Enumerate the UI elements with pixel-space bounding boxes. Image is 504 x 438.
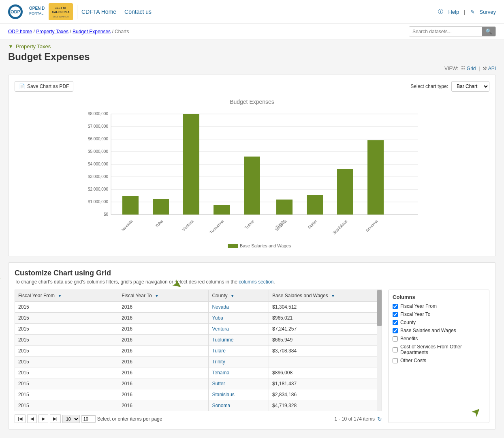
column-checkbox-0[interactable] [393, 304, 398, 309]
filter-icon-4[interactable]: ▼ [331, 294, 335, 298]
cell-fiscal-to: 2016 [118, 313, 209, 324]
svg-rect-37 [337, 169, 353, 215]
breadcrumb-charts: Charts [115, 29, 129, 34]
cell-fiscal-to: 2016 [118, 302, 209, 313]
save-chart-button[interactable]: 📄 Save Chart as PDF [15, 81, 73, 92]
filter-icon-3[interactable]: ▼ [231, 294, 235, 298]
cell-county: Sutter [209, 378, 269, 389]
top-header: ODP OPEN DATA PORTAL BEST OF CALIFORNIA … [0, 0, 504, 24]
column-item: Other Costs [393, 358, 485, 363]
filter-icon[interactable]: ▼ [58, 294, 62, 298]
page-size-input[interactable] [81, 415, 96, 423]
filter-icon-2[interactable]: ▼ [155, 294, 159, 298]
county-link[interactable]: Ventura [212, 326, 229, 332]
county-link[interactable]: Stanislaus [212, 392, 234, 397]
svg-text:$2,000,000: $2,000,000 [88, 187, 108, 191]
table-row: 2015 2016 Ventura $7,241,257 [15, 324, 377, 335]
svg-text:OPEN DATA: OPEN DATA [29, 6, 45, 11]
breadcrumb-budget-expenses[interactable]: Budget Expenses [73, 29, 111, 34]
county-link[interactable]: Tuolumne [212, 337, 233, 343]
column-label: Fiscal Year From [400, 303, 437, 309]
cell-base-salaries: $1,304,512 [269, 302, 377, 313]
table-row: 2015 2016 Tuolumne $665,949 [15, 335, 377, 346]
bar-chart-svg: Budget Expenses $8,000,000 $7,000,000 $6… [15, 96, 489, 250]
table-row: 2015 2016 Sutter $1,181,437 [15, 378, 377, 389]
county-link[interactable]: Nevada [212, 304, 229, 310]
help-link[interactable]: Help [448, 9, 459, 15]
cell-county: Stanislaus [209, 389, 269, 400]
column-checkbox-2[interactable] [393, 320, 398, 325]
cell-county: Sonoma [209, 400, 269, 411]
pagination-bar: |◀ ◀ ▶ ▶| 10 25 50 Select or enter items… [15, 414, 382, 423]
svg-text:$4,000,000: $4,000,000 [88, 162, 108, 166]
column-item: Fiscal Year From [393, 303, 485, 309]
api-view-link[interactable]: API [488, 66, 496, 71]
page-title: Budget Expenses [8, 51, 496, 62]
last-page-button[interactable]: ▶| [50, 414, 61, 423]
contact-us-link[interactable]: Contact us [124, 9, 152, 15]
county-link[interactable]: Trinity [212, 359, 225, 365]
customize-section: Customize Chart using Grid To change cha… [8, 262, 496, 429]
breadcrumb-home[interactable]: ODP home [8, 29, 32, 34]
search-area: 🔍 [409, 26, 496, 36]
cell-fiscal-to: 2016 [118, 346, 209, 356]
county-link[interactable]: Yuba [212, 315, 223, 321]
county-link[interactable]: Sutter [212, 381, 225, 386]
cell-fiscal-from: 2015 [15, 356, 118, 367]
cell-base-salaries: $2,834,186 [269, 389, 377, 400]
county-link[interactable]: Tehama [212, 370, 229, 376]
column-checkbox-1[interactable] [393, 312, 398, 317]
svg-text:Nevada: Nevada [120, 219, 133, 232]
odp-logo: ODP OPEN DATA PORTAL [8, 3, 45, 20]
api-icon: ⚒ [483, 66, 487, 71]
cdfta-home-link[interactable]: CDFTA Home [81, 9, 116, 15]
columns-panel: Columns Fiscal Year From Fiscal Year To … [388, 290, 489, 423]
cell-fiscal-from: 2015 [15, 367, 118, 378]
column-checkbox-6[interactable] [393, 358, 398, 363]
chart-type-label: Select chart type: [410, 84, 448, 89]
best-ca-logo: BEST OF CALIFORNIA 2015 WINNER [49, 3, 73, 20]
county-link[interactable]: Sonoma [212, 403, 230, 408]
table-row: 2015 2016 Tehama $896,008 [15, 367, 377, 378]
grid-table-area: ➤ Fiscal Year From ▼ [15, 290, 382, 423]
refresh-button[interactable]: ↻ [377, 416, 382, 422]
page-content: ▼ Property Taxes Budget Expenses VIEW: ☷… [0, 39, 504, 434]
cell-county: Yuba [209, 313, 269, 324]
table-row: 2015 2016 Tulare $3,708,384 [15, 346, 377, 356]
next-page-button[interactable]: ▶ [38, 414, 48, 423]
column-checkbox-5[interactable] [393, 347, 398, 352]
pdf-icon: 📄 [19, 84, 25, 89]
breadcrumb-property-taxes[interactable]: Property Taxes [36, 29, 68, 34]
svg-text:BEST OF: BEST OF [55, 6, 67, 9]
customize-title: Customize Chart using Grid [15, 269, 489, 277]
column-checkbox-3[interactable] [393, 328, 398, 333]
first-page-button[interactable]: |◀ [15, 414, 26, 423]
grid-view-link[interactable]: Grid [467, 66, 476, 71]
cell-base-salaries: $896,008 [269, 367, 377, 378]
columns-link[interactable]: columns section [239, 279, 273, 285]
scrollbar[interactable] [377, 290, 382, 411]
column-label: Other Costs [400, 358, 426, 363]
column-item: Cost of Services From Other Departments [393, 344, 485, 355]
survey-link[interactable]: Survey [480, 9, 496, 15]
per-page-label: Select or enter items per page [97, 416, 162, 422]
cell-fiscal-from: 2015 [15, 378, 118, 389]
search-button[interactable]: 🔍 [482, 27, 495, 36]
search-input[interactable] [409, 27, 482, 36]
chart-type-select[interactable]: Bar Chart Line Chart Pie Chart [451, 81, 489, 92]
page-size-select[interactable]: 10 25 50 [62, 415, 80, 423]
cell-fiscal-to: 2016 [118, 378, 209, 389]
county-link[interactable]: Tulare [212, 348, 226, 354]
svg-text:$8,000,000: $8,000,000 [88, 112, 108, 116]
survey-icon: ✎ [470, 9, 475, 15]
cell-base-salaries: $4,719,328 [269, 400, 377, 411]
svg-text:Base Salaries and Wages: Base Salaries and Wages [240, 243, 291, 248]
prev-page-button[interactable]: ◀ [27, 414, 37, 423]
chart-toolbar: 📄 Save Chart as PDF Select chart type: B… [15, 81, 489, 92]
arrow-columns-indicator: ➤ [468, 404, 485, 420]
column-checkbox-4[interactable] [393, 336, 398, 341]
grid-icon: ☷ [461, 66, 466, 71]
svg-rect-36 [307, 195, 323, 215]
cell-county: Tulare [209, 346, 269, 356]
column-label: Cost of Services From Other Departments [400, 344, 485, 355]
